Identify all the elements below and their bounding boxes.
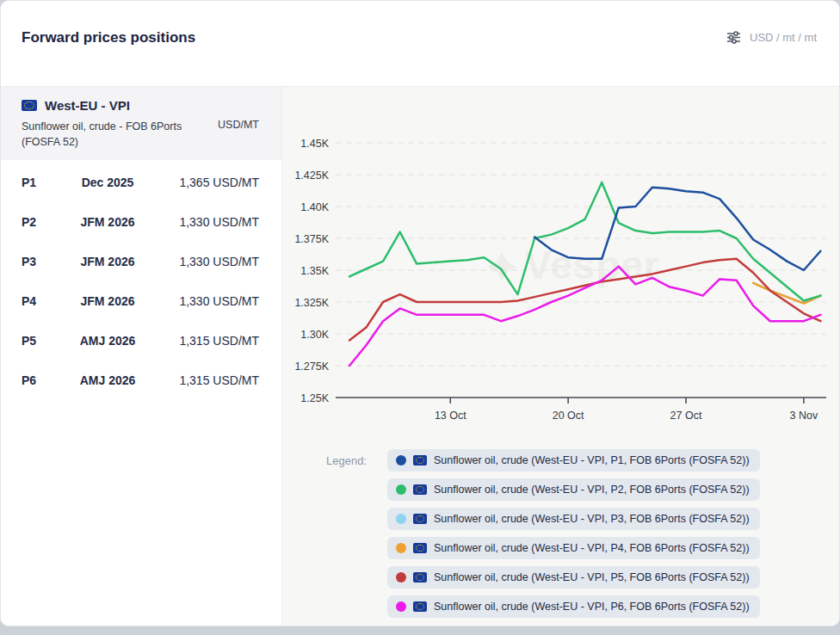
legend-item-label: Sunflower oil, crude (West-EU - VPI, P4,… bbox=[434, 542, 750, 554]
forward-curve-chart[interactable]: Vesper1.45K1.425K1.40K1.375K1.35K1.325K1… bbox=[284, 90, 840, 441]
table-row[interactable]: P5 AMJ 2026 1,315 USD/MT bbox=[1, 321, 281, 361]
position-price: 1,330 USD/MT bbox=[156, 255, 259, 268]
svg-text:1.35K: 1.35K bbox=[300, 265, 329, 277]
legend-series-dot bbox=[396, 455, 406, 465]
position-period: AMJ 2026 bbox=[59, 334, 156, 348]
positions-panel: West-EU - VPI Sunflower oil, crude - FOB… bbox=[1, 87, 282, 626]
eu-flag-icon bbox=[413, 514, 427, 524]
legend-item-label: Sunflower oil, crude (West-EU - VPI, P3,… bbox=[434, 513, 750, 525]
legend-label: Legend: bbox=[303, 449, 367, 618]
svg-text:13 Oct: 13 Oct bbox=[435, 410, 466, 422]
svg-text:27 Oct: 27 Oct bbox=[670, 410, 702, 422]
position-period: JFM 2026 bbox=[59, 215, 156, 229]
sliders-icon[interactable] bbox=[726, 30, 741, 45]
table-row[interactable]: P3 JFM 2026 1,330 USD/MT bbox=[1, 242, 281, 281]
position-price: 1,315 USD/MT bbox=[156, 334, 259, 348]
instrument-description: Sunflower oil, crude - FOB 6Ports (FOSFA… bbox=[22, 119, 218, 150]
legend-series-dot bbox=[396, 543, 406, 553]
unit-selector[interactable]: USD / mt / mt bbox=[726, 30, 817, 45]
svg-text:3 Nov: 3 Nov bbox=[790, 410, 818, 422]
legend-item-label: Sunflower oil, crude (West-EU - VPI, P1,… bbox=[434, 454, 750, 466]
table-row[interactable]: P1 Dec 2025 1,365 USD/MT bbox=[1, 163, 281, 202]
legend-series-dot bbox=[396, 514, 406, 524]
position-period: JFM 2026 bbox=[59, 294, 156, 308]
eu-flag-icon bbox=[413, 601, 427, 612]
legend-item[interactable]: Sunflower oil, crude (West-EU - VPI, P4,… bbox=[387, 537, 760, 559]
page-background-strip bbox=[0, 626, 840, 635]
position-id: P4 bbox=[22, 294, 59, 308]
page-title: Forward prices positions bbox=[22, 29, 195, 46]
svg-text:1.30K: 1.30K bbox=[300, 329, 329, 341]
position-price: 1,330 USD/MT bbox=[156, 294, 259, 308]
eu-flag-icon bbox=[413, 572, 427, 583]
legend-item[interactable]: Sunflower oil, crude (West-EU - VPI, P2,… bbox=[387, 478, 760, 501]
card-header: Forward prices positions USD / mt / mt bbox=[1, 1, 839, 87]
position-price: 1,315 USD/MT bbox=[156, 373, 259, 387]
svg-text:1.40K: 1.40K bbox=[300, 201, 329, 213]
position-id: P5 bbox=[22, 334, 59, 348]
positions-table: P1 Dec 2025 1,365 USD/MT P2 JFM 2026 1,3… bbox=[1, 160, 281, 400]
legend-item[interactable]: Sunflower oil, crude (West-EU - VPI, P6,… bbox=[387, 595, 760, 618]
svg-text:1.325K: 1.325K bbox=[294, 297, 329, 309]
svg-text:1.425K: 1.425K bbox=[294, 170, 329, 182]
svg-text:1.275K: 1.275K bbox=[294, 361, 329, 373]
position-price: 1,365 USD/MT bbox=[156, 176, 259, 189]
instrument-name: West-EU - VPI bbox=[45, 98, 130, 113]
forward-prices-card: Forward prices positions USD / mt / mt bbox=[0, 0, 840, 626]
instrument-header[interactable]: West-EU - VPI Sunflower oil, crude - FOB… bbox=[1, 87, 281, 160]
panel-body: West-EU - VPI Sunflower oil, crude - FOB… bbox=[1, 87, 839, 626]
svg-text:1.375K: 1.375K bbox=[294, 233, 329, 245]
legend-item[interactable]: Sunflower oil, crude (West-EU - VPI, P1,… bbox=[387, 449, 760, 472]
table-row[interactable]: P4 JFM 2026 1,330 USD/MT bbox=[1, 281, 281, 321]
position-period: AMJ 2026 bbox=[59, 373, 156, 387]
instrument-unit: USD/MT bbox=[218, 119, 259, 131]
eu-flag-icon bbox=[413, 484, 427, 495]
legend-series-dot bbox=[396, 484, 406, 495]
legend-series-dot bbox=[396, 601, 406, 612]
legend-item-label: Sunflower oil, crude (West-EU - VPI, P2,… bbox=[434, 484, 750, 496]
position-price: 1,330 USD/MT bbox=[156, 215, 259, 229]
position-id: P1 bbox=[22, 176, 59, 189]
chart-panel: Vesper1.45K1.425K1.40K1.375K1.35K1.325K1… bbox=[282, 87, 839, 626]
eu-flag-icon bbox=[413, 543, 427, 553]
position-id: P6 bbox=[22, 373, 59, 387]
chart-legend: Legend: Sunflower oil, crude (West-EU - … bbox=[282, 449, 839, 618]
table-row[interactable]: P6 AMJ 2026 1,315 USD/MT bbox=[1, 361, 281, 400]
position-id: P2 bbox=[22, 215, 59, 229]
position-period: JFM 2026 bbox=[59, 255, 156, 268]
legend-item-label: Sunflower oil, crude (West-EU - VPI, P5,… bbox=[434, 571, 750, 583]
svg-text:20 Oct: 20 Oct bbox=[553, 410, 584, 422]
eu-flag-icon bbox=[22, 100, 37, 111]
table-row[interactable]: P2 JFM 2026 1,330 USD/MT bbox=[1, 202, 281, 242]
position-period: Dec 2025 bbox=[59, 176, 156, 189]
legend-series-dot bbox=[396, 572, 406, 583]
legend-item[interactable]: Sunflower oil, crude (West-EU - VPI, P3,… bbox=[387, 508, 760, 530]
legend-item-label: Sunflower oil, crude (West-EU - VPI, P6,… bbox=[434, 601, 750, 613]
svg-text:1.25K: 1.25K bbox=[300, 392, 329, 404]
legend-item[interactable]: Sunflower oil, crude (West-EU - VPI, P5,… bbox=[387, 566, 760, 589]
svg-text:1.45K: 1.45K bbox=[300, 138, 329, 150]
position-id: P3 bbox=[22, 255, 59, 268]
unit-selector-label[interactable]: USD / mt / mt bbox=[750, 31, 817, 44]
svg-text:Vesper: Vesper bbox=[525, 243, 660, 287]
eu-flag-icon bbox=[413, 455, 427, 465]
